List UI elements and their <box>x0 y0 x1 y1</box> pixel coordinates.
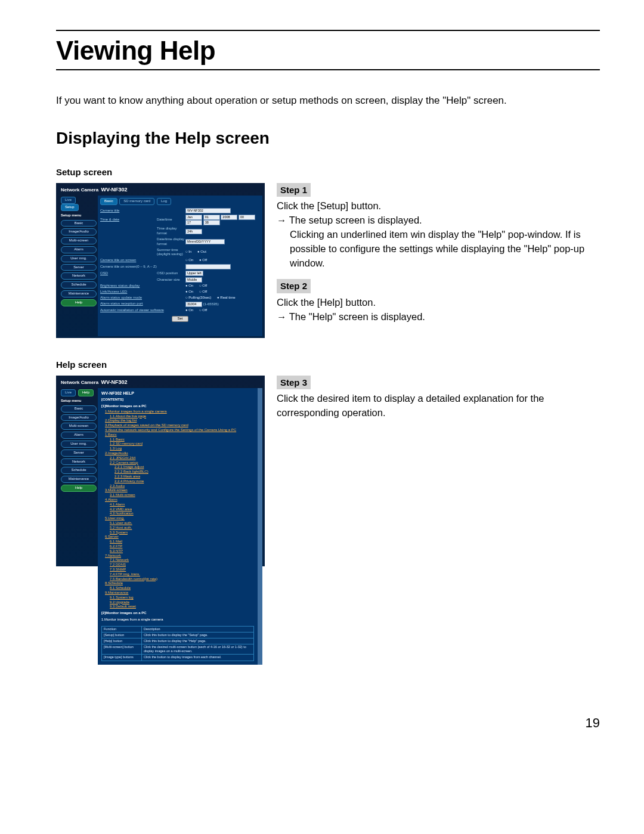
help-link[interactable]: 5.2 Host auth. <box>101 526 254 531</box>
help-link[interactable]: 4.1 Alarm <box>101 503 254 507</box>
sidebar-item[interactable]: Alarm <box>61 432 97 439</box>
set-button[interactable]: Set <box>172 316 188 322</box>
led-on-radio[interactable]: On <box>185 290 193 294</box>
model-text: WV-NF302 <box>101 187 128 193</box>
sidebar-item[interactable]: Multi-screen <box>61 237 97 244</box>
help-link[interactable]: 1.1 Basic <box>101 438 254 442</box>
summer-out-radio[interactable]: Out <box>197 250 206 255</box>
mm-select[interactable]: 17 <box>185 220 202 225</box>
help-link[interactable]: 3.Multi-screen <box>101 488 254 493</box>
hh-select[interactable]: 00 <box>239 215 255 220</box>
year-select[interactable]: 2008 <box>221 215 237 220</box>
help-link[interactable]: 4.2 VMD area <box>101 507 254 512</box>
help-link[interactable]: 2.2.3 Mask area <box>101 475 254 479</box>
help-link[interactable]: 6.Server <box>101 535 254 540</box>
sdcard-tab[interactable]: SD memory card <box>119 198 154 205</box>
brand-text-2: Network Camera <box>61 380 98 385</box>
help-link[interactable]: 2.1 JPEG/H.264 <box>101 456 254 461</box>
month-select[interactable]: Jan <box>185 215 202 220</box>
sidebar-item[interactable]: Maintenance <box>61 290 97 297</box>
step2-line2: → The "Help" screen is displayed. <box>277 310 600 324</box>
sidebar-item[interactable]: Server <box>61 449 97 457</box>
help-link[interactable]: 1.1 About the live page <box>101 414 254 419</box>
polling-radio[interactable]: Polling(30sec) <box>185 296 211 300</box>
sidebar-item[interactable]: Schedule <box>61 467 97 474</box>
auto-on-radio[interactable]: On <box>185 308 193 313</box>
live-tab[interactable]: Live <box>61 197 76 204</box>
help-link[interactable]: 2.2.4 Privacy zone <box>101 479 254 484</box>
summer-in-radio[interactable]: In <box>185 250 191 255</box>
cts-off-radio[interactable]: Off <box>199 258 207 263</box>
sidebar-item-help-2[interactable]: Help <box>61 485 97 492</box>
help-link[interactable]: 9.1 System log <box>101 596 254 600</box>
help-link[interactable]: 7.3 SNMP <box>101 568 254 572</box>
help-link[interactable]: 7.5 Bandwidth control(bit rate) <box>101 577 254 582</box>
help-link[interactable]: 1.2 SD memory card <box>101 442 254 447</box>
sidebar-item[interactable]: Network <box>61 272 97 280</box>
help-link[interactable]: 4.3 Notification <box>101 511 254 516</box>
help-link[interactable]: 1.Basic <box>101 433 254 438</box>
help-link[interactable]: 1.Monitor images from a single camera <box>101 410 254 414</box>
sidebar-item[interactable]: Maintenance <box>61 476 97 483</box>
help-link[interactable]: 2.2.1 Image adjust <box>101 465 254 470</box>
setup-tab[interactable]: Setup <box>61 204 79 211</box>
cam-title-chars-input[interactable] <box>185 264 231 269</box>
help-link[interactable]: 7.Network <box>101 554 254 559</box>
help-link[interactable]: 9.3 Default reset <box>101 604 254 609</box>
help-link[interactable]: 2.3 Audio <box>101 484 254 489</box>
help-link[interactable]: 5.1 User auth. <box>101 521 254 526</box>
help-link[interactable]: 8.Schedule <box>101 581 254 586</box>
help-link[interactable]: 7.2 DDNS <box>101 563 254 568</box>
led-off-radio[interactable]: Off <box>199 290 207 294</box>
osd-pos-select[interactable]: Upper left <box>185 271 203 276</box>
help-link[interactable]: 9.2 Upgrade <box>101 600 254 605</box>
help-link[interactable]: 2.2.2 Back light(BLC) <box>101 470 254 475</box>
sidebar-item[interactable]: User mng. <box>61 255 97 262</box>
help-link[interactable]: 2.2 Camera setup <box>101 461 254 466</box>
auto-off-radio[interactable]: Off <box>199 308 207 313</box>
help-link[interactable]: 1.3 Log <box>101 447 254 451</box>
sidebar-item[interactable]: Image/Audio <box>61 414 97 421</box>
help-link[interactable]: 5.User mng. <box>101 516 254 521</box>
log-tab[interactable]: Log <box>157 198 171 205</box>
sidebar-item[interactable]: Schedule <box>61 281 97 289</box>
help-link[interactable]: 7.1 Network <box>101 558 254 563</box>
help-link[interactable]: 2.Display the log list <box>101 418 254 423</box>
help-link[interactable]: 2.Image/Audio <box>101 451 254 456</box>
help-link[interactable]: 6.2 FTP <box>101 544 254 549</box>
sidebar-item[interactable]: Basic <box>61 405 97 413</box>
live-tab-2[interactable]: Live <box>61 389 76 396</box>
help-link[interactable]: 3.1 Multi-screen <box>101 493 254 498</box>
help-link[interactable]: 6.3 NTP <box>101 549 254 554</box>
sidebar-item[interactable]: Multi-screen <box>61 423 97 430</box>
ss-select[interactable]: 38 <box>203 220 220 225</box>
help-link[interactable]: 9.Maintenance <box>101 591 254 596</box>
basic-tab[interactable]: Basic <box>100 198 117 205</box>
alarm-port-input[interactable]: 31004 <box>185 302 202 307</box>
dt-format-label: Date/time display format <box>157 237 185 247</box>
help-tab[interactable]: Help <box>78 389 94 396</box>
help-link[interactable]: 7.4 FTP img. trans. <box>101 572 254 577</box>
camera-title-input[interactable]: WV-NF302 <box>185 208 231 213</box>
day-select[interactable]: 01 <box>203 215 220 220</box>
help-link[interactable]: 5.3 System <box>101 531 254 535</box>
sidebar-item-help[interactable]: Help <box>61 299 97 306</box>
sidebar-item[interactable]: Basic <box>61 220 97 227</box>
help-link[interactable]: 8.1 Schedule <box>101 586 254 591</box>
help-link[interactable]: 3.Playback of images saved on the SD mem… <box>101 423 254 428</box>
dt-format-select[interactable]: Mmm/DD/YYYY <box>185 239 225 244</box>
help-link[interactable]: 4.Alarm <box>101 498 254 503</box>
realtime-radio[interactable]: Real time <box>217 296 236 300</box>
sidebar-item[interactable]: Alarm <box>61 246 97 253</box>
sidebar-item[interactable]: Server <box>61 264 97 271</box>
sidebar-item[interactable]: User mng. <box>61 441 97 448</box>
help-link[interactable]: 6.1 Mail <box>101 540 254 544</box>
char-size-select[interactable]: Middle <box>185 277 202 283</box>
sidebar-item[interactable]: Image/Audio <box>61 228 97 235</box>
help-link[interactable]: 4.About the network security and Configu… <box>101 428 254 433</box>
cts-on-radio[interactable]: On <box>185 258 193 263</box>
bright-off-radio[interactable]: Off <box>199 284 207 289</box>
sidebar-item[interactable]: Network <box>61 458 97 466</box>
bright-on-radio[interactable]: On <box>185 284 193 289</box>
time-format-select[interactable]: 24h <box>185 229 202 234</box>
